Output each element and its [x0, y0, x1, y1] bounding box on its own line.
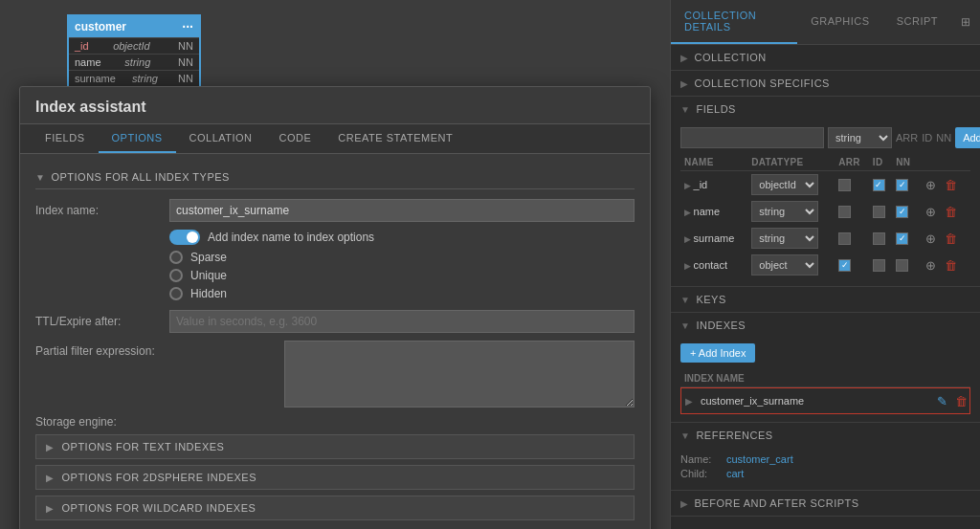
partial-filter-input[interactable]	[284, 341, 635, 408]
nn-checkbox[interactable]	[896, 259, 908, 272]
index-name-col: INDEX NAME	[680, 370, 970, 387]
add-field-button[interactable]: Add	[955, 127, 980, 148]
panel-menu-icon[interactable]: ⊞	[951, 6, 980, 38]
id-checkbox[interactable]	[873, 232, 885, 245]
edit-index-icon[interactable]: ✎	[933, 392, 950, 409]
dialog-title: Index assistant	[20, 87, 650, 124]
move-icon[interactable]: ⊕	[922, 256, 939, 274]
text-indexes-header[interactable]: OPTIONS FOR TEXT INDEXES	[36, 435, 634, 458]
field-name-input[interactable]	[680, 127, 824, 148]
row-chevron: ▶	[684, 234, 694, 244]
ref-name-value: customer_cart	[726, 453, 793, 465]
arr-checkbox[interactable]	[838, 206, 851, 218]
tab-options[interactable]: OPTIONS	[99, 124, 176, 153]
section-options-all[interactable]: OPTIONS FOR ALL INDEX TYPES	[35, 165, 635, 189]
unique-label: Unique	[190, 269, 227, 282]
field-type-selector[interactable]: objectId	[751, 174, 818, 195]
fields-section: FIELDS string objectId object number ARR…	[671, 97, 980, 287]
fields-section-header[interactable]: FIELDS	[671, 97, 980, 121]
index-row-chevron	[685, 396, 693, 407]
delete-icon[interactable]: 🗑	[942, 176, 959, 193]
before-after-label: BEFORE AND AFTER SCRIPTS	[695, 497, 859, 509]
ttl-input[interactable]	[169, 310, 635, 333]
keys-label: KEYS	[696, 294, 725, 305]
index-name-input[interactable]	[169, 199, 635, 222]
keys-section-header[interactable]: KEYS	[671, 287, 980, 312]
field-type-selector[interactable]: object	[751, 254, 818, 276]
indexes-table: INDEX NAME customer_ix_surname ✎ 🗑	[680, 370, 970, 414]
field-nn-cell	[892, 171, 918, 199]
id-checkbox[interactable]	[873, 206, 885, 218]
canvas-area: customer ··· _id objectId NN name string…	[0, 0, 670, 529]
fields-chevron	[680, 104, 690, 115]
field-type-cell: string	[747, 198, 835, 225]
wildcard-indexes-header[interactable]: OPTIONS FOR WILDCARD INDEXES	[36, 496, 634, 519]
delete-icon[interactable]: 🗑	[942, 203, 959, 220]
text-indexes-section: OPTIONS FOR TEXT INDEXES	[35, 434, 635, 459]
field-type-select[interactable]: string objectId object number	[828, 127, 892, 148]
ref-child-row: Child: cart	[680, 468, 970, 479]
nn-checkbox[interactable]	[896, 179, 908, 191]
references-label: REFERENCES	[696, 430, 772, 441]
references-section-header[interactable]: REFERENCES	[671, 423, 980, 448]
wildcard-indexes-label: OPTIONS FOR WILDCARD INDEXES	[62, 502, 256, 514]
move-icon[interactable]: ⊕	[922, 230, 939, 247]
col-arr: ARR	[835, 154, 869, 171]
ref-name-row: Name: customer_cart	[680, 453, 970, 465]
field-name-cell: ▶ name	[680, 198, 747, 225]
add-index-button[interactable]: + Add Index	[680, 343, 755, 363]
field-type-selector[interactable]: string	[751, 201, 818, 222]
nn-checkbox[interactable]	[896, 232, 908, 245]
index-name-value: customer_ix_surname	[697, 395, 933, 407]
indexes-section-header[interactable]: INDEXES	[671, 313, 980, 338]
collection-specifics-chevron	[680, 78, 689, 89]
col-nn: NN	[892, 154, 918, 171]
sparse-radio[interactable]	[169, 251, 183, 264]
field-id-cell	[869, 171, 892, 199]
unique-radio[interactable]	[169, 269, 183, 282]
keys-section: KEYS	[671, 287, 980, 313]
before-after-section: BEFORE AND AFTER SCRIPTS	[671, 491, 980, 517]
tab-collation[interactable]: COLLATION	[176, 124, 266, 153]
row-chevron: ▶	[684, 181, 694, 190]
nn-checkbox[interactable]	[896, 206, 908, 218]
entity-menu-icon[interactable]: ···	[182, 19, 193, 34]
toggle-label: Add index name to index options	[208, 231, 374, 244]
hidden-radio[interactable]	[169, 287, 183, 300]
right-tab-script[interactable]: SCRIPT	[883, 6, 951, 38]
delete-icon[interactable]: 🗑	[942, 230, 959, 247]
ttl-label: TTL/Expire after:	[35, 315, 160, 328]
move-icon[interactable]: ⊕	[922, 203, 939, 220]
field-type-selector[interactable]: string	[751, 228, 818, 249]
field-nn-cell	[892, 225, 918, 252]
add-index-name-toggle[interactable]	[169, 230, 200, 245]
collection-specifics-header[interactable]: COLLECTION SPECIFICS	[671, 71, 980, 96]
index-row: customer_ix_surname ✎ 🗑	[680, 387, 970, 415]
tab-code[interactable]: CODE	[266, 124, 325, 153]
arr-checkbox[interactable]	[838, 259, 851, 272]
arr-checkbox[interactable]	[838, 179, 851, 191]
field-arr-cell	[835, 171, 869, 199]
2dsphere-indexes-header[interactable]: OPTIONS FOR 2DSPHERE INDEXES	[36, 466, 634, 489]
ref-name-label: Name:	[680, 453, 719, 465]
id-checkbox[interactable]	[873, 259, 885, 272]
entity-name: customer	[75, 20, 126, 33]
field-id-cell	[869, 225, 892, 252]
before-after-header[interactable]: BEFORE AND AFTER SCRIPTS	[671, 491, 980, 516]
collection-specifics-label: COLLECTION SPECIFICS	[695, 77, 830, 89]
collection-chevron	[680, 53, 689, 63]
delete-icon[interactable]: 🗑	[942, 256, 959, 274]
field-nn-cell	[892, 198, 918, 225]
right-tab-graphics[interactable]: GRAPHICS	[797, 6, 882, 38]
right-tab-collection-details[interactable]: COLLECTION DETAILS	[671, 0, 797, 44]
table-row: ▶ contact object ⊕ 🗑	[680, 252, 970, 278]
collection-section-header[interactable]: COLLECTION	[671, 45, 980, 70]
arr-checkbox[interactable]	[838, 232, 851, 245]
id-checkbox[interactable]	[873, 179, 885, 191]
tab-create-statement[interactable]: CREATE STATEMENT	[324, 124, 466, 153]
tab-fields[interactable]: FIELDS	[32, 124, 99, 153]
delete-index-icon[interactable]: 🗑	[952, 392, 969, 409]
move-icon[interactable]: ⊕	[922, 176, 939, 193]
field-id-cell	[869, 198, 892, 225]
field-arr-cell	[835, 198, 869, 225]
